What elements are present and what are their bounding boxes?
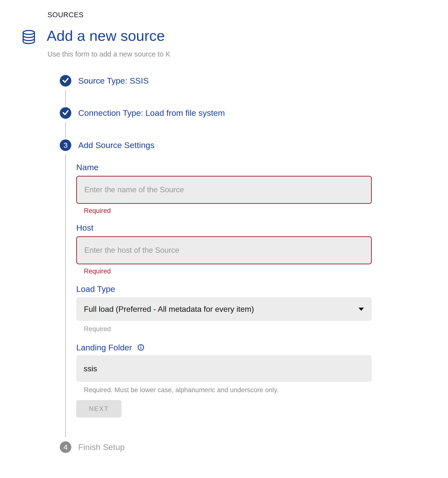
page-subtitle: Use this form to add a new source to K [47,50,170,58]
check-icon [60,107,71,119]
vertical-stepper: Source Type: SSIS Connection Type: Load … [0,75,448,453]
step-2-circle [60,107,71,119]
load-type-field-label: Load Type [76,284,374,294]
add-source-page: SOURCES Add a new source Use this form t… [0,0,448,478]
landing-folder-field-label: Landing Folder [76,343,132,352]
name-input[interactable] [76,176,372,204]
step-finish-setup: 4 Finish Setup [0,441,448,453]
host-input[interactable] [76,236,372,264]
name-field-label: Name [76,162,374,172]
step-4-number: 4 [63,444,68,451]
host-error-text: Required [84,268,374,275]
step-add-source-settings: 3 Add Source Settings [0,139,448,151]
load-type-select[interactable]: Full load (Preferred - All metadata for … [76,297,372,321]
step-1-label: Source Type: SSIS [78,76,149,86]
load-type-helper-text: Required [84,325,374,333]
name-error-text: Required [84,207,374,214]
step-4-label: Finish Setup [78,442,125,452]
step-source-type[interactable]: Source Type: SSIS [0,75,448,87]
step-connection-type[interactable]: Connection Type: Load from file system [0,107,448,119]
step-3-label: Add Source Settings [78,140,154,150]
step-1-circle [60,75,71,87]
landing-folder-helper-text: Required. Must be lower case, alphanumer… [84,386,374,394]
host-field-label: Host [76,223,374,233]
caret-down-icon [358,308,364,311]
load-type-selected-value: Full load (Preferred - All metadata for … [84,305,254,314]
step-connector [65,154,66,437]
step-2-label: Connection Type: Load from file system [78,108,225,118]
database-icon [22,30,36,45]
step-connector [65,122,66,138]
step-3-circle: 3 [60,139,71,151]
step-connector [65,90,66,106]
breadcrumb: SOURCES [47,11,84,19]
step-3-number: 3 [63,142,68,149]
check-icon [60,75,71,87]
step-3-content: Name Required Host Required Load Type Fu… [0,151,448,437]
info-icon[interactable] [137,344,144,351]
step-4-circle: 4 [60,441,71,453]
landing-folder-input[interactable] [76,355,372,382]
next-button[interactable]: NEXT [76,400,121,418]
page-title: Add a new source [47,28,165,44]
